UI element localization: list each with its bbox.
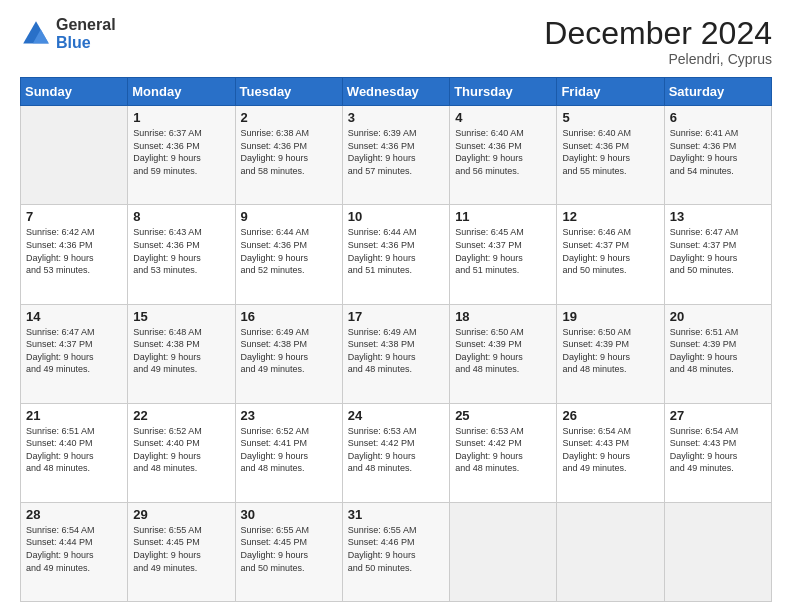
day-number: 22 bbox=[133, 408, 229, 423]
month-title: December 2024 bbox=[544, 16, 772, 51]
day-number: 18 bbox=[455, 309, 551, 324]
table-row: 19Sunrise: 6:50 AMSunset: 4:39 PMDayligh… bbox=[557, 304, 664, 403]
table-row: 22Sunrise: 6:52 AMSunset: 4:40 PMDayligh… bbox=[128, 403, 235, 502]
day-number: 12 bbox=[562, 209, 658, 224]
table-row bbox=[450, 502, 557, 601]
day-info: Sunrise: 6:37 AMSunset: 4:36 PMDaylight:… bbox=[133, 128, 202, 176]
day-info: Sunrise: 6:51 AMSunset: 4:39 PMDaylight:… bbox=[670, 327, 739, 375]
calendar-week-1: 1Sunrise: 6:37 AMSunset: 4:36 PMDaylight… bbox=[21, 106, 772, 205]
location-subtitle: Pelendri, Cyprus bbox=[544, 51, 772, 67]
table-row: 12Sunrise: 6:46 AMSunset: 4:37 PMDayligh… bbox=[557, 205, 664, 304]
day-info: Sunrise: 6:40 AMSunset: 4:36 PMDaylight:… bbox=[562, 128, 631, 176]
day-number: 17 bbox=[348, 309, 444, 324]
table-row: 5Sunrise: 6:40 AMSunset: 4:36 PMDaylight… bbox=[557, 106, 664, 205]
day-info: Sunrise: 6:55 AMSunset: 4:45 PMDaylight:… bbox=[133, 525, 202, 573]
col-saturday: Saturday bbox=[664, 78, 771, 106]
day-number: 10 bbox=[348, 209, 444, 224]
day-number: 5 bbox=[562, 110, 658, 125]
table-row: 26Sunrise: 6:54 AMSunset: 4:43 PMDayligh… bbox=[557, 403, 664, 502]
day-number: 2 bbox=[241, 110, 337, 125]
day-info: Sunrise: 6:54 AMSunset: 4:43 PMDaylight:… bbox=[670, 426, 739, 474]
day-number: 3 bbox=[348, 110, 444, 125]
day-info: Sunrise: 6:47 AMSunset: 4:37 PMDaylight:… bbox=[670, 227, 739, 275]
calendar-week-2: 7Sunrise: 6:42 AMSunset: 4:36 PMDaylight… bbox=[21, 205, 772, 304]
table-row: 6Sunrise: 6:41 AMSunset: 4:36 PMDaylight… bbox=[664, 106, 771, 205]
table-row: 2Sunrise: 6:38 AMSunset: 4:36 PMDaylight… bbox=[235, 106, 342, 205]
day-info: Sunrise: 6:52 AMSunset: 4:40 PMDaylight:… bbox=[133, 426, 202, 474]
day-number: 11 bbox=[455, 209, 551, 224]
header-row: Sunday Monday Tuesday Wednesday Thursday… bbox=[21, 78, 772, 106]
calendar-week-4: 21Sunrise: 6:51 AMSunset: 4:40 PMDayligh… bbox=[21, 403, 772, 502]
calendar-week-3: 14Sunrise: 6:47 AMSunset: 4:37 PMDayligh… bbox=[21, 304, 772, 403]
table-row: 3Sunrise: 6:39 AMSunset: 4:36 PMDaylight… bbox=[342, 106, 449, 205]
calendar-week-5: 28Sunrise: 6:54 AMSunset: 4:44 PMDayligh… bbox=[21, 502, 772, 601]
day-number: 4 bbox=[455, 110, 551, 125]
logo-general: General bbox=[56, 16, 116, 34]
day-info: Sunrise: 6:49 AMSunset: 4:38 PMDaylight:… bbox=[348, 327, 417, 375]
day-number: 21 bbox=[26, 408, 122, 423]
table-row: 11Sunrise: 6:45 AMSunset: 4:37 PMDayligh… bbox=[450, 205, 557, 304]
day-info: Sunrise: 6:44 AMSunset: 4:36 PMDaylight:… bbox=[348, 227, 417, 275]
logo: General Blue bbox=[20, 16, 116, 51]
day-info: Sunrise: 6:55 AMSunset: 4:45 PMDaylight:… bbox=[241, 525, 310, 573]
col-wednesday: Wednesday bbox=[342, 78, 449, 106]
table-row: 1Sunrise: 6:37 AMSunset: 4:36 PMDaylight… bbox=[128, 106, 235, 205]
table-row: 18Sunrise: 6:50 AMSunset: 4:39 PMDayligh… bbox=[450, 304, 557, 403]
table-row: 14Sunrise: 6:47 AMSunset: 4:37 PMDayligh… bbox=[21, 304, 128, 403]
day-info: Sunrise: 6:41 AMSunset: 4:36 PMDaylight:… bbox=[670, 128, 739, 176]
day-number: 24 bbox=[348, 408, 444, 423]
logo-blue: Blue bbox=[56, 34, 116, 52]
day-number: 29 bbox=[133, 507, 229, 522]
day-info: Sunrise: 6:38 AMSunset: 4:36 PMDaylight:… bbox=[241, 128, 310, 176]
table-row: 28Sunrise: 6:54 AMSunset: 4:44 PMDayligh… bbox=[21, 502, 128, 601]
day-number: 13 bbox=[670, 209, 766, 224]
table-row: 20Sunrise: 6:51 AMSunset: 4:39 PMDayligh… bbox=[664, 304, 771, 403]
day-number: 15 bbox=[133, 309, 229, 324]
table-row: 24Sunrise: 6:53 AMSunset: 4:42 PMDayligh… bbox=[342, 403, 449, 502]
day-number: 31 bbox=[348, 507, 444, 522]
logo-text: General Blue bbox=[56, 16, 116, 51]
table-row: 23Sunrise: 6:52 AMSunset: 4:41 PMDayligh… bbox=[235, 403, 342, 502]
day-info: Sunrise: 6:40 AMSunset: 4:36 PMDaylight:… bbox=[455, 128, 524, 176]
day-number: 30 bbox=[241, 507, 337, 522]
table-row: 10Sunrise: 6:44 AMSunset: 4:36 PMDayligh… bbox=[342, 205, 449, 304]
table-row: 15Sunrise: 6:48 AMSunset: 4:38 PMDayligh… bbox=[128, 304, 235, 403]
table-row: 30Sunrise: 6:55 AMSunset: 4:45 PMDayligh… bbox=[235, 502, 342, 601]
day-info: Sunrise: 6:49 AMSunset: 4:38 PMDaylight:… bbox=[241, 327, 310, 375]
day-info: Sunrise: 6:54 AMSunset: 4:43 PMDaylight:… bbox=[562, 426, 631, 474]
col-tuesday: Tuesday bbox=[235, 78, 342, 106]
day-info: Sunrise: 6:53 AMSunset: 4:42 PMDaylight:… bbox=[455, 426, 524, 474]
day-number: 23 bbox=[241, 408, 337, 423]
table-row: 7Sunrise: 6:42 AMSunset: 4:36 PMDaylight… bbox=[21, 205, 128, 304]
day-info: Sunrise: 6:47 AMSunset: 4:37 PMDaylight:… bbox=[26, 327, 95, 375]
col-sunday: Sunday bbox=[21, 78, 128, 106]
table-row bbox=[664, 502, 771, 601]
table-row: 31Sunrise: 6:55 AMSunset: 4:46 PMDayligh… bbox=[342, 502, 449, 601]
logo-icon bbox=[20, 18, 52, 50]
day-number: 20 bbox=[670, 309, 766, 324]
day-info: Sunrise: 6:45 AMSunset: 4:37 PMDaylight:… bbox=[455, 227, 524, 275]
day-number: 6 bbox=[670, 110, 766, 125]
day-number: 16 bbox=[241, 309, 337, 324]
table-row: 29Sunrise: 6:55 AMSunset: 4:45 PMDayligh… bbox=[128, 502, 235, 601]
day-number: 28 bbox=[26, 507, 122, 522]
page: General Blue December 2024 Pelendri, Cyp… bbox=[0, 0, 792, 612]
day-info: Sunrise: 6:53 AMSunset: 4:42 PMDaylight:… bbox=[348, 426, 417, 474]
day-info: Sunrise: 6:43 AMSunset: 4:36 PMDaylight:… bbox=[133, 227, 202, 275]
day-number: 8 bbox=[133, 209, 229, 224]
col-thursday: Thursday bbox=[450, 78, 557, 106]
day-number: 9 bbox=[241, 209, 337, 224]
day-info: Sunrise: 6:44 AMSunset: 4:36 PMDaylight:… bbox=[241, 227, 310, 275]
day-number: 26 bbox=[562, 408, 658, 423]
day-info: Sunrise: 6:50 AMSunset: 4:39 PMDaylight:… bbox=[455, 327, 524, 375]
day-number: 25 bbox=[455, 408, 551, 423]
day-info: Sunrise: 6:51 AMSunset: 4:40 PMDaylight:… bbox=[26, 426, 95, 474]
table-row: 8Sunrise: 6:43 AMSunset: 4:36 PMDaylight… bbox=[128, 205, 235, 304]
table-row: 25Sunrise: 6:53 AMSunset: 4:42 PMDayligh… bbox=[450, 403, 557, 502]
col-monday: Monday bbox=[128, 78, 235, 106]
table-row: 16Sunrise: 6:49 AMSunset: 4:38 PMDayligh… bbox=[235, 304, 342, 403]
day-number: 27 bbox=[670, 408, 766, 423]
table-row: 21Sunrise: 6:51 AMSunset: 4:40 PMDayligh… bbox=[21, 403, 128, 502]
table-row: 27Sunrise: 6:54 AMSunset: 4:43 PMDayligh… bbox=[664, 403, 771, 502]
day-number: 14 bbox=[26, 309, 122, 324]
